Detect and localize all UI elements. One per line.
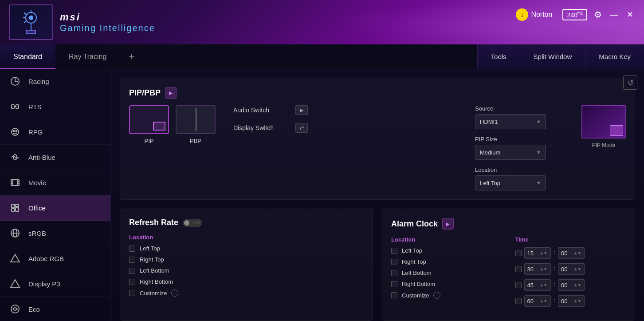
pip-size-dropdown[interactable]: Medium ▼ (475, 145, 546, 160)
pip-size-value: Medium (480, 149, 500, 156)
pbp-option[interactable]: PBP (176, 105, 216, 144)
ac-right-bottom[interactable]: Right Bottom (391, 281, 502, 287)
sidebar-label-adobe-rgb: Adobe RGB (28, 255, 64, 262)
rr-left-top[interactable]: Left Top (129, 245, 364, 252)
sidebar-item-office[interactable]: Office (0, 195, 110, 221)
pbp-box[interactable] (176, 105, 216, 134)
tab-split-window[interactable]: Split Window (520, 44, 585, 69)
alarm-clock-header: Alarm Clock ▶ (391, 218, 626, 230)
rr-right-bottom[interactable]: Right Bottom (129, 278, 364, 285)
sidebar-label-anti-blue: Anti-Blue (28, 154, 55, 161)
sidebar-item-anti-blue[interactable]: Anti-Blue (0, 145, 110, 170)
time-min-2[interactable]: 00 ▲▼ (558, 279, 585, 291)
time-hour-0[interactable]: 15 ▲▼ (524, 247, 551, 259)
time-hour-3[interactable]: 60 ▲▼ (524, 295, 551, 307)
pip-box[interactable] (129, 105, 169, 134)
pip-pbp-play-button[interactable]: ▶ (165, 87, 177, 99)
pip-pbp-row: PIP PBP Audio Switch ▶ (129, 105, 626, 190)
title-bar: msi Gaming Intelligence ↓ Norton 240Hz ⚙… (0, 0, 644, 44)
ac-customize[interactable]: Customize i (391, 292, 502, 299)
time-hour-1[interactable]: 30 ▲▼ (524, 263, 551, 275)
display-p3-icon (9, 277, 21, 290)
rr-right-top-checkbox[interactable] (129, 257, 135, 263)
pip-location-dropdown[interactable]: Left Top ▼ (475, 175, 546, 190)
svg-point-14 (16, 131, 17, 132)
tab-tools[interactable]: Tools (477, 44, 520, 69)
ac-left-top[interactable]: Left Top (391, 247, 502, 254)
svg-marker-31 (11, 280, 20, 287)
time-min-3[interactable]: 00 ▲▼ (558, 295, 585, 307)
rr-right-top[interactable]: Right Top (129, 256, 364, 263)
sidebar-item-adobe-rgb[interactable]: Adobe RGB (0, 246, 110, 271)
content-area: ↺ PIP/PBP ▶ PIP (111, 69, 644, 321)
display-switch-button[interactable]: ⇄ (295, 123, 308, 133)
refresh-rate-toggle[interactable]: OFF (183, 219, 202, 227)
rr-customize-checkbox[interactable] (129, 290, 135, 296)
sidebar-item-rpg[interactable]: RPG (0, 119, 110, 145)
rr-left-top-checkbox[interactable] (129, 246, 135, 252)
sidebar-item-racing[interactable]: Racing (0, 69, 110, 94)
alarm-time-label: Time (515, 236, 626, 243)
rr-left-bottom-checkbox[interactable] (129, 268, 135, 274)
alarm-location-col: Location Left Top Right Top (391, 236, 502, 311)
alarm-clock-play-button[interactable]: ▶ (442, 218, 454, 230)
tab-macro-key[interactable]: Macro Key (585, 44, 644, 69)
display-switch-label: Display Switch (233, 124, 287, 131)
alarm-row: Location Left Top Right Top (391, 236, 626, 311)
time-checkbox-1[interactable] (515, 266, 522, 272)
source-label: Source (475, 105, 564, 112)
rr-right-bottom-label: Right Bottom (140, 278, 173, 285)
ac-right-top-checkbox[interactable] (391, 259, 397, 265)
pip-size-field: PIP Size Medium ▼ (475, 136, 564, 160)
sidebar-item-movie[interactable]: Movie (0, 170, 110, 195)
ac-left-top-checkbox[interactable] (391, 248, 397, 254)
time-checkbox-0[interactable] (515, 250, 522, 256)
pip-location-dropdown-arrow: ▼ (536, 180, 541, 186)
ac-customize-checkbox[interactable] (391, 292, 397, 298)
source-field: Source HDMI1 ▼ (475, 105, 564, 129)
svg-point-13 (13, 131, 15, 132)
rr-left-bottom-label: Left Bottom (140, 267, 169, 274)
settings-icon[interactable]: ⚙ (594, 9, 602, 20)
sidebar-item-display-p3[interactable]: Display P3 (0, 271, 110, 297)
toggle-off-text: OFF (192, 221, 200, 225)
svg-rect-26 (16, 207, 19, 211)
sidebar-item-eco[interactable]: Eco (0, 297, 110, 321)
ac-right-bottom-checkbox[interactable] (391, 281, 397, 287)
minimize-button[interactable]: — (609, 9, 619, 20)
audio-switch-row: Audio Switch ▶ (233, 105, 457, 115)
time-hour-2[interactable]: 45 ▲▼ (524, 279, 551, 291)
title-bar-right: ↓ Norton 240Hz ⚙ — ✕ (512, 7, 635, 23)
movie-icon (9, 176, 21, 189)
time-min-1[interactable]: 00 ▲▼ (558, 263, 585, 275)
tab-standard[interactable]: Standard (0, 44, 55, 69)
refresh-rate-checkbox-list: Left Top Right Top Left Bottom Right Bot… (129, 245, 364, 297)
ac-right-top[interactable]: Right Top (391, 258, 502, 265)
main-layout: Racing RTS RPG (0, 69, 644, 321)
rr-left-bottom[interactable]: Left Bottom (129, 267, 364, 274)
time-checkbox-3[interactable] (515, 298, 522, 304)
ac-left-bottom-checkbox[interactable] (391, 270, 397, 276)
tab-ray-tracing[interactable]: Ray Tracing (55, 44, 120, 69)
time-min-0[interactable]: 00 ▲▼ (558, 247, 585, 259)
rr-customize-info[interactable]: i (171, 289, 178, 297)
refresh-rate-title: Refresh Rate (129, 218, 178, 227)
close-button[interactable]: ✕ (624, 9, 635, 20)
ac-left-bottom[interactable]: Left Bottom (391, 269, 502, 276)
norton-button[interactable]: ↓ Norton (512, 7, 556, 23)
ac-customize-info[interactable]: i (433, 292, 440, 299)
hz-badge: 240Hz (562, 9, 587, 20)
audio-switch-button[interactable]: ▶ (295, 105, 308, 115)
rr-right-bottom-checkbox[interactable] (129, 279, 135, 285)
time-checkbox-2[interactable] (515, 282, 522, 288)
source-dropdown[interactable]: HDMI1 ▼ (475, 114, 546, 129)
sidebar-label-racing: Racing (28, 78, 49, 85)
sidebar-item-srgb[interactable]: sRGB (0, 221, 110, 246)
pip-option[interactable]: PIP (129, 105, 169, 144)
sidebar-item-rts[interactable]: RTS (0, 94, 110, 119)
pip-location-value: Left Top (480, 180, 500, 186)
rr-customize[interactable]: Customize i (129, 289, 364, 297)
refresh-button[interactable]: ↺ (623, 75, 637, 90)
tab-add-button[interactable]: + (120, 44, 143, 69)
sidebar-label-srgb: sRGB (28, 230, 46, 237)
